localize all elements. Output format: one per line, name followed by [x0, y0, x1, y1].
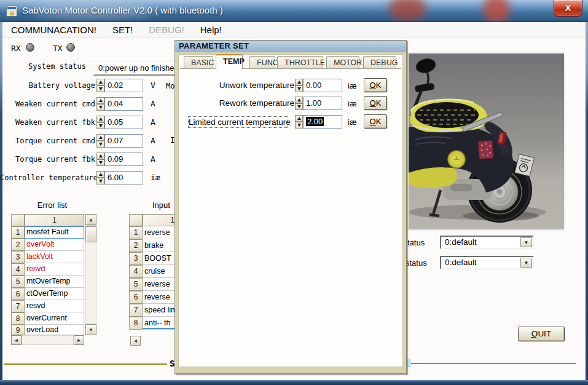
system-status-label: System status: [0, 62, 86, 71]
weaken-current-fbk-value[interactable]: 0.05: [104, 116, 143, 129]
selected-value-text: 2.00: [306, 117, 324, 126]
tab-func[interactable]: FUNC: [249, 56, 275, 69]
unwork-temperature-value[interactable]: 0.00: [303, 79, 342, 92]
error-row-header[interactable]: 7: [11, 300, 25, 312]
error-cell[interactable]: mosfet Fault: [25, 226, 84, 239]
menu-communication[interactable]: COMMUNACATION!: [11, 25, 96, 35]
input-row-header[interactable]: 5: [129, 278, 143, 291]
controller-temperature-value[interactable]: 6.00: [104, 171, 143, 185]
unwork-temperature-unit: iæ: [348, 81, 356, 90]
error-cell[interactable]: lackVolt: [25, 251, 84, 263]
torque-current-fbk-stepper[interactable]: [96, 153, 104, 166]
rework-temperature-value[interactable]: 1.00: [303, 97, 342, 110]
error-list-title: Error list: [18, 200, 86, 210]
status1-dropdown[interactable]: 0:default ▼: [440, 236, 534, 249]
error-scroll-down-button[interactable]: ▼: [85, 324, 96, 335]
weaken-current-cmd-stepper[interactable]: [96, 97, 104, 111]
tx-label: TX: [53, 44, 63, 53]
input-row-header[interactable]: 8: [129, 317, 143, 330]
controller-temperature-stepper[interactable]: [96, 171, 104, 185]
error-row-header[interactable]: 1: [11, 226, 25, 239]
error-scroll-thumb[interactable]: [85, 226, 96, 242]
error-cell[interactable]: ctOverTemp: [25, 288, 84, 300]
groupbox-border-left-segment: [4, 363, 167, 365]
weaken-current-cmd-unit: A: [151, 99, 155, 108]
torque-current-cmd-label: Torque current cmd: [0, 137, 95, 145]
app-icon: [6, 6, 17, 17]
error-row-header[interactable]: 9: [11, 325, 25, 335]
input-row-header[interactable]: 2: [129, 239, 143, 252]
error-scroll-left-button[interactable]: ◄: [11, 335, 22, 345]
status1-value: 0:default: [445, 237, 477, 247]
quit-button[interactable]: QUIT: [518, 327, 565, 341]
error-hscroll-track[interactable]: [22, 335, 74, 345]
rework-temperature-label: Rework temperature: [181, 98, 294, 108]
error-cell[interactable]: overLoad: [25, 325, 84, 335]
titlebar-glass-blob: [388, 0, 426, 21]
input-row-header[interactable]: 4: [129, 265, 143, 278]
error-cell[interactable]: overCurrent: [25, 312, 84, 325]
battery-voltage-unit: V: [151, 81, 155, 90]
tab-basic[interactable]: BASIC: [184, 56, 213, 69]
limited-current-temperature-label: Limited current temperature: [188, 116, 288, 128]
window-frame-bottom: [0, 380, 588, 385]
torque-current-fbk-value[interactable]: 0.09: [104, 153, 143, 166]
input-row-header[interactable]: 7: [129, 304, 143, 317]
torque-current-fbk-label: Torque current fbk: [0, 155, 95, 164]
chevron-down-icon[interactable]: ▼: [520, 258, 532, 268]
battery-voltage-stepper[interactable]: [96, 79, 104, 92]
rework-temperature-stepper[interactable]: [295, 97, 303, 110]
tab-motor[interactable]: MOTOR: [326, 56, 359, 69]
torque-current-cmd-value[interactable]: 0.07: [104, 134, 143, 148]
input-scroll-left-button[interactable]: ◄: [130, 336, 141, 346]
weaken-current-cmd-value[interactable]: 0.04: [104, 97, 143, 111]
unwork-ok-button[interactable]: OK: [364, 78, 387, 92]
limited-current-temperature-stepper[interactable]: [295, 115, 303, 129]
controller-temperature-unit: iæ: [151, 173, 160, 182]
error-cell[interactable]: overVolt: [25, 239, 84, 251]
hidden-label-fragment: Mo: [166, 82, 174, 90]
chevron-down-icon[interactable]: ▼: [520, 237, 532, 247]
menu-debug: DEBUG!: [149, 25, 184, 35]
input-row-header[interactable]: 1: [129, 226, 143, 239]
scooter-photo: [407, 52, 565, 231]
input-row-header[interactable]: 3: [129, 252, 143, 265]
error-scroll-right-button[interactable]: ►: [74, 335, 84, 345]
error-row-header[interactable]: 3: [11, 251, 25, 263]
controller-temperature-label: Controller temperature: [0, 173, 95, 182]
error-scroll-up-button[interactable]: ▲: [85, 214, 96, 225]
error-row-header[interactable]: 5: [11, 276, 25, 288]
error-cell[interactable]: resvd: [25, 263, 84, 276]
rework-ok-button[interactable]: OK: [364, 96, 387, 110]
error-row-header[interactable]: 4: [11, 263, 25, 276]
error-row-header[interactable]: 6: [11, 288, 25, 300]
error-cell[interactable]: mtOverTemp: [25, 276, 84, 288]
error-table-column-header[interactable]: 1: [25, 214, 84, 226]
tab-throttle[interactable]: THROTTLE: [277, 56, 323, 69]
battery-voltage-value[interactable]: 0.02: [104, 79, 143, 92]
groupbox-border-right-segment: [411, 363, 576, 364]
error-cell[interactable]: resvd: [25, 300, 84, 312]
tab-debug[interactable]: DEBUG: [363, 56, 396, 69]
menu-help[interactable]: Help!: [200, 25, 222, 35]
limited-current-ok-button[interactable]: OK: [364, 114, 387, 129]
unwork-temperature-stepper[interactable]: [295, 79, 303, 92]
weaken-current-cmd-label: Weaken current cmd: [0, 100, 95, 108]
error-table-corner-cell[interactable]: [11, 214, 25, 226]
input-table-corner-cell[interactable]: [129, 214, 143, 226]
battery-voltage-label: Battery voltage: [0, 81, 95, 90]
application-window: SabVoton Motor Controller V2.0 ( with bl…: [0, 0, 588, 385]
torque-current-cmd-stepper[interactable]: [96, 134, 104, 148]
tab-panel-border: [180, 68, 401, 69]
dialog-title-bar[interactable]: PARAMETER SET: [175, 41, 406, 52]
error-row-header[interactable]: 8: [11, 312, 25, 325]
status2-dropdown[interactable]: 0:default ▼: [440, 256, 534, 269]
limited-current-temperature-value[interactable]: 2.00: [303, 115, 342, 129]
close-button[interactable]: X: [554, 0, 582, 17]
error-row-header[interactable]: 2: [11, 239, 25, 251]
input-row-header[interactable]: 6: [129, 291, 143, 304]
menu-set[interactable]: SET!: [112, 25, 133, 35]
tab-temp[interactable]: TEMP: [216, 54, 243, 69]
tx-led-indicator: [66, 43, 75, 52]
weaken-current-fbk-stepper[interactable]: [96, 116, 104, 129]
